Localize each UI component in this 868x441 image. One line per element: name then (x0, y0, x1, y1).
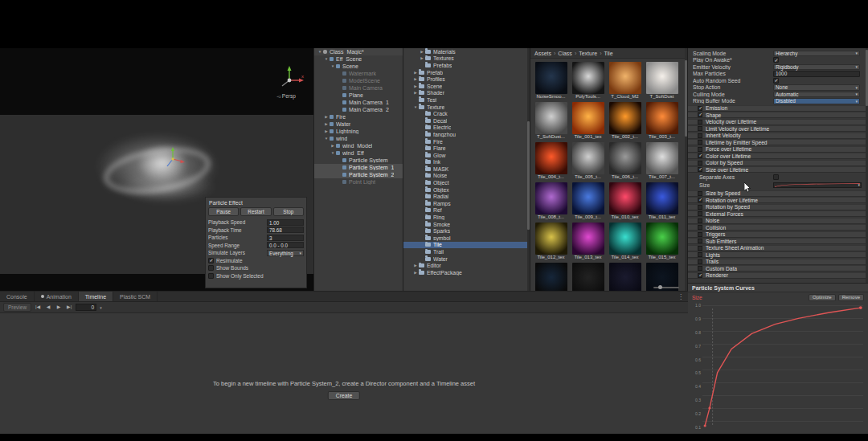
curve-legend[interactable]: Size (692, 295, 702, 300)
module-checkbox[interactable] (698, 140, 702, 145)
asset-item[interactable] (571, 263, 605, 291)
hierarchy-item[interactable]: Particle System_1 (314, 164, 403, 171)
asset-item[interactable]: Tile_010_tex (608, 182, 642, 220)
particle-panel-checkbox-row[interactable]: Show Bounds (208, 264, 304, 272)
frame-counter-field[interactable]: 0 (76, 304, 96, 311)
project-folder-item[interactable]: Ramps (403, 200, 530, 207)
asset-item[interactable]: Tile_011_tex (645, 182, 679, 220)
project-folder-item[interactable]: ▶ Editor (403, 262, 530, 269)
expand-arrow-icon[interactable]: ▶ (412, 71, 419, 75)
curve-editor[interactable]: 1.00.90.80.70.60.50.40.30.20.1 (691, 304, 863, 430)
project-folder-item[interactable]: ▶ Profiles (403, 76, 530, 83)
project-folder-item[interactable]: ▶ Shader (403, 90, 530, 97)
module-checkbox[interactable] (698, 161, 702, 165)
field-value[interactable]: 1.00 (267, 219, 304, 226)
scrollbar-thumb[interactable] (685, 60, 687, 137)
module-header[interactable]: Force over Lifetime (688, 146, 868, 153)
scene-view[interactable]: x Persp Particle Effect PauseRestartStop… (0, 48, 313, 291)
module-checkbox[interactable] (698, 218, 702, 223)
expand-arrow-icon[interactable]: ▶ (419, 50, 425, 54)
module-header[interactable]: Limit Velocity over Lifetime (688, 125, 868, 132)
asset-item[interactable]: Tile_012_tex (534, 223, 568, 260)
expand-arrow-icon[interactable]: ▼ (323, 57, 330, 61)
panel-menu-icon[interactable]: ⋮ (678, 293, 684, 300)
field-value[interactable]: 78.68 (267, 227, 304, 233)
project-folder-item[interactable]: Smoke (403, 221, 530, 228)
project-folder-item[interactable]: ▶ Prefab (403, 69, 530, 76)
project-folder-item[interactable]: ▶ Textures (403, 55, 530, 63)
transport-button[interactable]: ▶| (64, 303, 74, 312)
expand-arrow-icon[interactable]: ▼ (330, 151, 336, 155)
checkbox[interactable] (208, 265, 214, 271)
asset-item[interactable]: Tile_003_t... (645, 102, 679, 140)
project-folder-item[interactable]: Test (403, 96, 530, 104)
module-header[interactable]: Rotation over Lifetime (688, 197, 868, 203)
project-folder-item[interactable]: Object (403, 179, 530, 186)
panel-tab[interactable]: Console (0, 292, 35, 301)
module-checkbox[interactable] (698, 211, 702, 216)
size-curve-field[interactable] (773, 182, 862, 188)
hierarchy-item[interactable]: ▼ wind_Eff (314, 149, 403, 157)
expand-arrow-icon[interactable]: ▼ (412, 105, 419, 109)
transform-gizmo[interactable] (161, 147, 185, 171)
project-folder-item[interactable]: Ink (403, 159, 530, 166)
asset-item[interactable]: T_Cloud_M2 (608, 62, 642, 100)
module-checkbox[interactable] (698, 191, 702, 196)
module-checkbox[interactable] (698, 205, 702, 210)
project-folder-item[interactable]: Flare (403, 145, 530, 152)
project-folder-item[interactable]: Crack (403, 110, 530, 117)
module-header[interactable]: Rotation by Speed (688, 204, 868, 210)
hierarchy-item[interactable]: Main Camera_1 (314, 99, 403, 106)
module-checkbox[interactable] (698, 225, 702, 230)
module-checkbox[interactable] (698, 106, 702, 111)
module-checkbox[interactable] (698, 126, 702, 131)
asset-item[interactable]: Tile_015_tex (645, 223, 679, 260)
project-folder-item[interactable]: Noise (403, 173, 530, 180)
chevron-down-icon[interactable]: ▾ (100, 305, 102, 310)
particle-control-button[interactable]: Restart (240, 207, 271, 216)
project-folder-item[interactable]: Trail (403, 248, 530, 255)
module-checkbox[interactable] (698, 112, 702, 117)
module-header[interactable]: Renderer (688, 272, 868, 279)
expand-arrow-icon[interactable]: ▼ (317, 50, 323, 54)
expand-arrow-icon[interactable]: ▶ (419, 56, 425, 60)
separate-axes-checkbox[interactable] (773, 174, 779, 180)
module-header[interactable]: Lights (688, 251, 868, 258)
expand-arrow-icon[interactable]: ▶ (412, 91, 419, 95)
breadcrumb-segment[interactable]: Tile (597, 51, 612, 56)
expand-arrow-icon[interactable]: ▶ (412, 84, 419, 88)
breadcrumb-segment[interactable]: Texture (572, 51, 597, 56)
module-checkbox[interactable] (698, 246, 702, 251)
module-checkbox[interactable] (698, 133, 702, 138)
field-value[interactable]: 0.0 - 0.0 (267, 242, 304, 248)
remove-button[interactable]: Remove (838, 294, 864, 301)
module-header[interactable]: Size over Lifetime (688, 166, 868, 173)
hierarchy-item[interactable]: Particle System (314, 157, 403, 164)
hierarchy-item[interactable]: ▶ Water (314, 120, 403, 128)
transport-button[interactable]: |◀ (33, 303, 43, 312)
expand-arrow-icon[interactable]: ▶ (330, 144, 336, 148)
project-folder-item[interactable]: Ring (403, 214, 530, 221)
preview-toggle-button[interactable]: Preview (3, 303, 31, 312)
hierarchy-item[interactable]: Main Camera (314, 84, 403, 92)
module-header[interactable]: Color over Lifetime (688, 153, 868, 159)
module-checkbox[interactable] (698, 147, 702, 152)
project-folder-item[interactable]: Water (403, 255, 530, 263)
particle-control-button[interactable]: Pause (208, 207, 239, 216)
perspective-label[interactable]: Persp (276, 93, 296, 100)
project-folder-item[interactable]: Prefabs (403, 62, 530, 69)
module-checkbox[interactable] (698, 239, 702, 243)
project-folder-item[interactable]: ▶ Materials (403, 48, 530, 55)
hierarchy-item[interactable]: ▶ wind_Model (314, 142, 403, 149)
asset-item[interactable]: Tile_001_tex (571, 102, 605, 140)
hierarchy-item[interactable]: ▶ Lightning (314, 128, 403, 135)
hierarchy-item[interactable]: Point Light (314, 178, 403, 186)
module-header[interactable]: Color by Speed (688, 160, 868, 166)
module-header[interactable]: Sub Emitters (688, 238, 868, 244)
hierarchy-item[interactable]: ModelScene (314, 77, 403, 84)
module-checkbox[interactable] (698, 232, 702, 237)
simulate-layers-dropdown[interactable]: Everything (267, 250, 304, 256)
module-header[interactable]: Inherit Velocity (688, 133, 868, 139)
panel-tab[interactable]: Animation (35, 292, 79, 301)
expand-arrow-icon[interactable]: ▶ (412, 77, 419, 81)
